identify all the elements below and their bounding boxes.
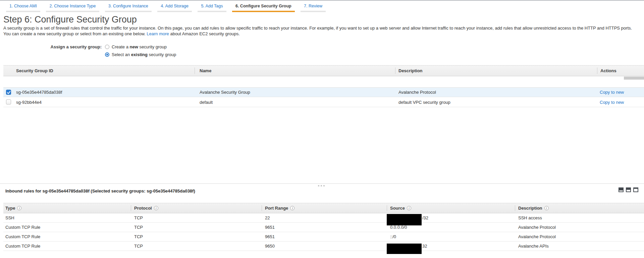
rule-port-range: 9650 [265, 242, 275, 251]
inbound-rule-row: Custom TCP Rule TCP 9651 ::/0 Avalanche … [3, 232, 644, 242]
column-header-type: Type [5, 203, 21, 213]
tab-add-tags[interactable]: 5. Add Tags [198, 1, 226, 12]
rule-description: Avalanche Protocol [518, 223, 556, 232]
column-header-name: Name [200, 66, 211, 76]
security-group-id: sg-92bb44e4 [16, 97, 42, 107]
checkbox-unchecked-icon[interactable] [6, 99, 11, 104]
column-divider [262, 205, 262, 211]
security-group-name: default [200, 97, 213, 107]
column-divider [387, 205, 387, 211]
inbound-rule-row: SSH TCP 22 /32 SSH access [3, 213, 644, 223]
scrollbar-corner[interactable] [624, 77, 644, 80]
security-group-name: Avalanche Security Group [200, 88, 250, 97]
tab-underline [301, 11, 326, 12]
learn-more-link[interactable]: Learn more [147, 31, 169, 36]
tab-configure-security-group[interactable]: 6. Configure Security Group [232, 1, 295, 12]
inbound-rule-row: Custom TCP Rule TCP 9650 32 Avalanche AP… [3, 242, 644, 251]
column-header-port-range: Port Range [265, 203, 294, 213]
tab-review[interactable]: 7. Review [301, 1, 326, 12]
page-title: Step 6: Configure Security Group [3, 14, 137, 25]
rule-port-range: 9651 [265, 232, 275, 241]
security-group-row-selected[interactable]: sg-05e35e44785da038f Avalanche Security … [3, 87, 644, 97]
info-icon[interactable] [407, 206, 411, 210]
redacted-ip-block [387, 214, 422, 225]
redacted-ip-block [387, 244, 422, 254]
tab-underline [157, 11, 192, 12]
rule-protocol: TCP [134, 232, 143, 241]
column-header-description: Description [518, 203, 549, 213]
rule-source: ::/0 [390, 232, 396, 241]
assign-security-group-label: Assign a security group: [0, 44, 102, 49]
rule-source-suffix: 32 [422, 242, 427, 251]
radio-select-existing-security-group[interactable]: Select an existing security group [105, 51, 176, 58]
rule-source-suffix: /32 [422, 213, 428, 222]
panel-size-toggles [619, 187, 638, 192]
tab-configure-instance[interactable]: 3. Configure Instance [105, 1, 152, 12]
inbound-rules-title: Inbound rules for sg-05e35e44785da038f (… [5, 188, 195, 194]
inbound-rules-table-header: Type Protocol Port Range Source Descript… [3, 203, 644, 213]
rule-description: Avalanche Protocol [518, 232, 556, 241]
column-header-source: Source [390, 203, 411, 213]
rule-description: SSH access [518, 213, 542, 222]
radio-create-new-security-group[interactable]: Create a new security group [105, 43, 176, 51]
column-divider [515, 205, 515, 211]
info-icon[interactable] [154, 206, 158, 210]
tab-underline-active [232, 11, 295, 12]
column-header-security-group-id: Security Group ID [16, 66, 53, 76]
rule-protocol: TCP [134, 242, 143, 251]
info-icon[interactable] [544, 206, 549, 210]
radio-selected-icon [105, 52, 109, 57]
radio-unselected-icon [105, 45, 109, 49]
column-header-actions: Actions [600, 66, 616, 76]
tab-underline [105, 11, 152, 12]
ec2-launch-wizard-step6: 1. Choose AMI 2. Choose Instance Type 3.… [0, 0, 644, 258]
column-divider [395, 68, 395, 74]
panel-drag-handle[interactable] [318, 185, 325, 186]
security-group-table-header: Security Group ID Name Description Actio… [3, 65, 644, 76]
tab-choose-instance-type[interactable]: 2. Choose Instance Type [46, 1, 99, 12]
copy-to-new-link[interactable]: Copy to new [600, 88, 624, 97]
rule-type: SSH [5, 213, 14, 222]
panel-size-large-icon[interactable] [633, 187, 638, 192]
info-icon[interactable] [290, 206, 294, 210]
rule-type: Custom TCP Rule [5, 242, 40, 251]
inbound-rule-row: Custom TCP Rule TCP 9651 0.0.0.0/0 Avala… [3, 223, 644, 232]
rule-type: Custom TCP Rule [5, 223, 40, 232]
rule-type: Custom TCP Rule [5, 232, 40, 241]
rule-port-range: 9651 [265, 223, 275, 232]
column-divider [597, 68, 597, 74]
tab-underline [46, 11, 99, 12]
checkbox-checked-icon[interactable] [6, 90, 11, 95]
column-header-protocol: Protocol [134, 203, 158, 213]
wizard-step-tabs: 1. Choose AMI 2. Choose Instance Type 3.… [0, 1, 644, 15]
rule-protocol: TCP [134, 223, 143, 232]
rule-description: Avalanche APIs [518, 242, 549, 251]
tab-underline [6, 11, 40, 12]
tab-choose-ami[interactable]: 1. Choose AMI [6, 1, 40, 12]
column-header-description: Description [398, 66, 423, 76]
info-icon[interactable] [17, 206, 21, 210]
panel-size-medium-icon[interactable] [626, 187, 631, 192]
assign-options: Create a new security group Select an ex… [105, 43, 176, 58]
column-divider [195, 68, 195, 74]
copy-to-new-link[interactable]: Copy to new [600, 97, 624, 107]
security-group-id: sg-05e35e44785da038f [16, 88, 62, 97]
security-group-row[interactable]: sg-92bb44e4 default default VPC security… [3, 97, 644, 107]
tab-add-storage[interactable]: 4. Add Storage [157, 1, 192, 12]
tab-underline [198, 11, 226, 12]
security-group-description: Avalanche Protocol [398, 88, 436, 97]
panel-size-small-icon[interactable] [619, 187, 624, 192]
security-group-description: default VPC security group [398, 97, 450, 107]
page-description: A security group is a set of firewall ru… [3, 25, 635, 37]
rule-port-range: 22 [265, 213, 270, 222]
column-divider [131, 205, 131, 211]
panel-divider [0, 183, 644, 184]
assign-security-group-section: Assign a security group: Create a new se… [0, 43, 644, 59]
rule-protocol: TCP [134, 213, 143, 222]
